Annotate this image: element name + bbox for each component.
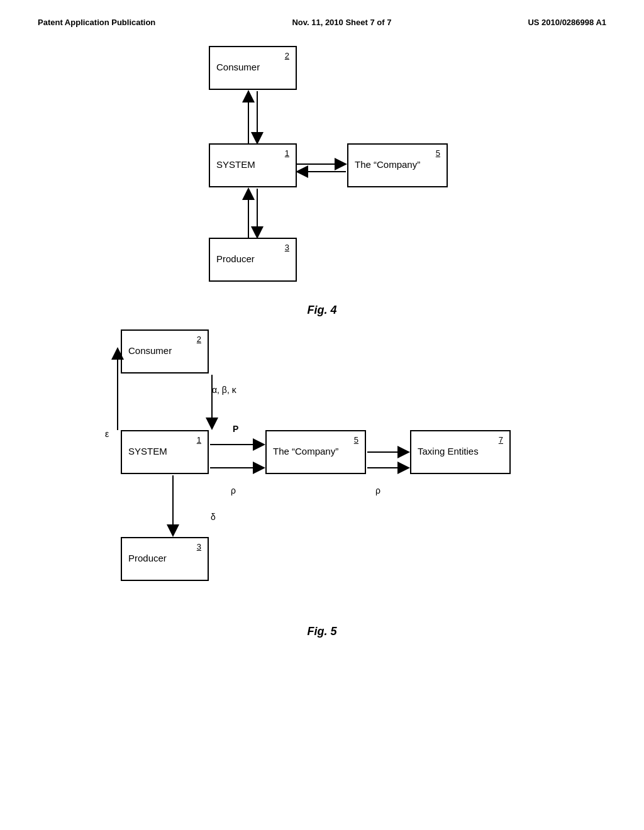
fig4-consumer-number: 2	[285, 51, 289, 60]
fig5-alpha-beta-kappa-label: α, β, κ	[212, 385, 236, 395]
fig5-diagram: 2 Consumer 1 SYSTEM 5 The “Company” 7 Ta…	[102, 329, 542, 619]
header-left: Patent Application Publication	[38, 18, 155, 27]
fig5-system-number: 1	[197, 435, 201, 445]
fig4-system-box: 1 SYSTEM	[209, 143, 297, 187]
fig5-system-label: SYSTEM	[128, 446, 167, 456]
fig4-producer-label: Producer	[216, 253, 255, 264]
fig5-taxing-box: 7 Taxing Entities	[410, 430, 511, 474]
fig5-rho2-label: ρ	[375, 485, 380, 495]
fig5-company-label: The “Company”	[273, 446, 338, 456]
fig5-consumer-number: 2	[197, 335, 201, 344]
fig4-system-label: SYSTEM	[216, 159, 255, 170]
fig5-taxing-number: 7	[499, 435, 503, 445]
fig4-producer-number: 3	[285, 243, 289, 252]
fig5-consumer-label: Consumer	[128, 345, 172, 356]
fig4-company-number: 5	[436, 148, 440, 158]
fig5-company-box: 5 The “Company”	[265, 430, 366, 474]
fig4-system-number: 1	[285, 148, 289, 158]
page-content: 2 Consumer 1 SYSTEM 5 The “Company” 3 Pr…	[0, 27, 644, 670]
fig4-section: 2 Consumer 1 SYSTEM 5 The “Company” 3 Pr…	[38, 46, 606, 317]
fig4-company-label: The “Company”	[355, 159, 420, 170]
fig5-delta-label: δ	[211, 512, 216, 522]
fig5-consumer-box: 2 Consumer	[121, 329, 209, 374]
fig5-company-number: 5	[354, 435, 358, 445]
fig4-label: Fig. 4	[307, 304, 336, 317]
fig5-system-box: 1 SYSTEM	[121, 430, 209, 474]
fig5-producer-box: 3 Producer	[121, 537, 209, 581]
page-header: Patent Application Publication Nov. 11, …	[0, 0, 644, 27]
fig5-producer-number: 3	[197, 542, 201, 551]
header-middle: Nov. 11, 2010 Sheet 7 of 7	[292, 18, 391, 27]
fig5-section: 2 Consumer 1 SYSTEM 5 The “Company” 7 Ta…	[38, 329, 606, 638]
fig4-producer-box: 3 Producer	[209, 238, 297, 282]
fig5-label: Fig. 5	[307, 625, 336, 638]
fig4-consumer-box: 2 Consumer	[209, 46, 297, 90]
header-right: US 2010/0286998 A1	[528, 18, 606, 27]
fig5-epsilon-label: ε	[105, 429, 109, 439]
fig4-diagram: 2 Consumer 1 SYSTEM 5 The “Company” 3 Pr…	[158, 46, 486, 297]
fig4-consumer-label: Consumer	[216, 62, 260, 72]
fig5-taxing-label: Taxing Entities	[418, 446, 479, 456]
fig4-company-box: 5 The “Company”	[347, 143, 448, 187]
fig5-producer-label: Producer	[128, 553, 167, 563]
fig5-rho1-label: ρ	[231, 485, 236, 495]
fig5-P-label: P	[233, 424, 238, 434]
